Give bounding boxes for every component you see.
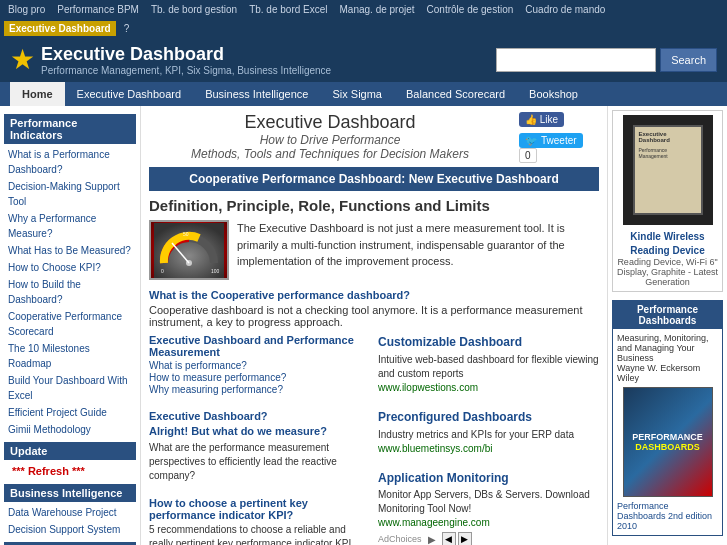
mainnav-sixsigma[interactable]: Six Sigma xyxy=(320,82,394,106)
mainnav-bookshop[interactable]: Bookshop xyxy=(517,82,590,106)
topnav-bpm[interactable]: Performance BPM xyxy=(53,2,143,17)
tweet-count: 0 xyxy=(519,148,537,163)
topnav-help[interactable]: ? xyxy=(120,21,134,36)
coop-text: Cooperative dashboard is not a checking … xyxy=(149,304,599,328)
speedometer-image: 0 50 100 xyxy=(149,220,229,280)
exec-link2[interactable]: How to measure performance? xyxy=(149,372,370,383)
site-header: ★ Executive Dashboard Performance Manage… xyxy=(0,38,727,82)
search-area: Search xyxy=(496,48,717,72)
search-input[interactable] xyxy=(496,48,656,72)
exec-link3[interactable]: Why measuring performance? xyxy=(149,384,370,395)
kpi-link[interactable]: How to choose a pertinent key performanc… xyxy=(149,497,370,521)
mainnav-bi[interactable]: Business Intelligence xyxy=(193,82,320,106)
ad-area: AdChoices ▶ ◀ ▶ xyxy=(378,532,599,545)
appmon-text: Monitor App Servers, DBs & Servers. Down… xyxy=(378,488,599,516)
exec-link1[interactable]: What is performance? xyxy=(149,360,370,371)
like-button[interactable]: 👍 Like xyxy=(519,112,564,127)
sidebar-update: *** Refresh *** xyxy=(4,462,136,480)
top-navigation: Blog pro Performance BPM Tb. de bord ges… xyxy=(0,0,727,38)
ad-next-button[interactable]: ▶ xyxy=(458,532,472,545)
main-content-area: 👍 Like 🐦 Tweeter 0 Executive Dashboard H… xyxy=(140,106,607,545)
perf-dash-content: Measuring, Monitoring, and Managing Your… xyxy=(613,329,722,535)
tweet-button[interactable]: 🐦 Tweeter xyxy=(519,133,583,148)
refresh-link[interactable]: *** Refresh *** xyxy=(8,463,89,479)
logo-icon: ★ xyxy=(10,46,35,74)
sidebar-perf-title: Performance Indicators xyxy=(4,114,136,144)
article-intro: 0 50 100 The Executive Dashboard is not … xyxy=(149,220,599,280)
links-col-right: Customizable Dashboard Intuitive web-bas… xyxy=(378,334,599,545)
kindle-desc: Reading Device, Wi-Fi 6" Display, Graphi… xyxy=(617,257,718,287)
sidebar-item[interactable]: Decision Support System xyxy=(4,521,136,538)
perf-dash-author: Wayne W. Eckersom xyxy=(617,363,718,373)
sidebar-item[interactable]: How to Build the Dashboard? xyxy=(4,276,136,308)
sidebar-item[interactable]: Build Your Dashboard With Excel xyxy=(4,372,136,404)
kindle-box: Executive Dashboard Performance Manageme… xyxy=(612,110,723,292)
sidebar-item[interactable]: Gimii Methodology xyxy=(4,421,136,438)
preconfig-text: Industry metrics and KPIs for your ERP d… xyxy=(378,428,599,442)
sidebar-bi-title: Business Intelligence xyxy=(4,484,136,502)
logo: ★ Executive Dashboard Performance Manage… xyxy=(10,44,331,76)
kindle-screen: Executive Dashboard Performance Manageme… xyxy=(633,125,703,215)
page-header-area: 👍 Like 🐦 Tweeter 0 Executive Dashboard H… xyxy=(149,112,599,167)
preconfig-title: Preconfigured Dashboards xyxy=(378,409,599,426)
topnav-tbexcel[interactable]: Tb. de bord Excel xyxy=(245,2,331,17)
topnav-projet[interactable]: Manag. de projet xyxy=(336,2,419,17)
svg-text:100: 100 xyxy=(211,268,220,274)
ad-navigation: ◀ ▶ xyxy=(442,532,472,545)
ad-choices-icon: ▶ xyxy=(428,534,436,545)
main-navigation: Home Executive Dashboard Business Intell… xyxy=(0,82,727,106)
site-title: Executive Dashboard xyxy=(41,44,331,65)
topnav-controle[interactable]: Contrôle de gestion xyxy=(423,2,518,17)
social-area: 👍 Like 🐦 Tweeter 0 xyxy=(519,112,599,162)
mainnav-bsc[interactable]: Balanced Scorecard xyxy=(394,82,517,106)
exec-perf-link[interactable]: Executive Dashboard and Performance Meas… xyxy=(149,334,370,358)
sidebar-item[interactable]: Why a Performance Measure? xyxy=(4,210,136,242)
perf-dash-box: Performance Dashboards Measuring, Monito… xyxy=(612,300,723,536)
coop-section: What is the Cooperative performance dash… xyxy=(149,288,599,328)
mainnav-executive[interactable]: Executive Dashboard xyxy=(65,82,194,106)
preconfig-domain: www.bluemetinsys.com/bi xyxy=(378,442,599,456)
article-title: Definition, Principle, Role, Functions a… xyxy=(149,197,599,214)
exec-text3: 5 recommendations to choose a reliable a… xyxy=(149,523,370,545)
ad-prev-button[interactable]: ◀ xyxy=(442,532,456,545)
ad-choices-label: AdChoices xyxy=(378,534,422,544)
mainnav-home[interactable]: Home xyxy=(10,82,65,106)
sidebar-item[interactable]: How to Choose KPI? xyxy=(4,259,136,276)
kindle-title-link[interactable]: Kindle Wireless Reading Device xyxy=(630,231,704,256)
topnav-tbgestion[interactable]: Tb. de bord gestion xyxy=(147,2,241,17)
feature-box: Cooperative Performance Dashboard: New E… xyxy=(149,167,599,191)
sidebar-item[interactable]: The 10 Milestones Roadmap xyxy=(4,340,136,372)
svg-text:50: 50 xyxy=(183,231,189,237)
exec-text2: What are the performance measurement per… xyxy=(149,441,370,483)
content-wrapper: Performance Indicators What is a Perform… xyxy=(0,106,727,545)
exec-dash-link[interactable]: Executive Dashboard? xyxy=(149,410,370,422)
sidebar-item[interactable]: What Has to Be Measured? xyxy=(4,242,136,259)
links-col-left: Executive Dashboard and Performance Meas… xyxy=(149,334,370,545)
logo-text-group: Executive Dashboard Performance Manageme… xyxy=(41,44,331,76)
sidebar-item[interactable]: Decision-Making Support Tool xyxy=(4,178,136,210)
custom-title: Customizable Dashboard xyxy=(378,334,599,351)
coop-link[interactable]: What is the Cooperative performance dash… xyxy=(149,289,410,301)
topnav-blog[interactable]: Blog pro xyxy=(4,2,49,17)
sidebar-item[interactable]: Cooperative Performance Scorecard xyxy=(4,308,136,340)
perf-dash-title2: Performance Dashboards 2nd edition 2010 xyxy=(617,501,718,531)
topnav-executive[interactable]: Executive Dashboard xyxy=(4,21,116,36)
topnav-cuadro[interactable]: Cuadro de mando xyxy=(521,2,609,17)
perf-dash-book-image: PERFORMANCE DASHBOARDS xyxy=(623,387,713,497)
sidebar-item[interactable]: What is a Performance Dashboard? xyxy=(4,146,136,178)
sidebar-update-title: Update xyxy=(4,442,136,460)
search-button[interactable]: Search xyxy=(660,48,717,72)
kindle-image: Executive Dashboard Performance Manageme… xyxy=(623,115,713,225)
right-sidebar: Executive Dashboard Performance Manageme… xyxy=(607,106,727,545)
custom-text: Intuitive web-based dashboard for flexib… xyxy=(378,353,599,381)
sidebar-item[interactable]: Efficient Project Guide xyxy=(4,404,136,421)
perf-dash-desc: Measuring, Monitoring, and Managing Your… xyxy=(617,333,718,363)
sidebar-item[interactable]: Data Warehouse Project xyxy=(4,504,136,521)
left-sidebar: Performance Indicators What is a Perform… xyxy=(0,106,140,545)
svg-text:0: 0 xyxy=(161,268,164,274)
perf-dash-book-text: PERFORMANCE DASHBOARDS xyxy=(628,428,707,456)
perf-dash-section-title: Performance Dashboards xyxy=(613,301,722,329)
custom-domain: www.ilopwestions.com xyxy=(378,381,599,395)
perf-dash-publisher: Wiley xyxy=(617,373,718,383)
exec-subtitle: Alright! But what do we measure? xyxy=(149,424,370,439)
